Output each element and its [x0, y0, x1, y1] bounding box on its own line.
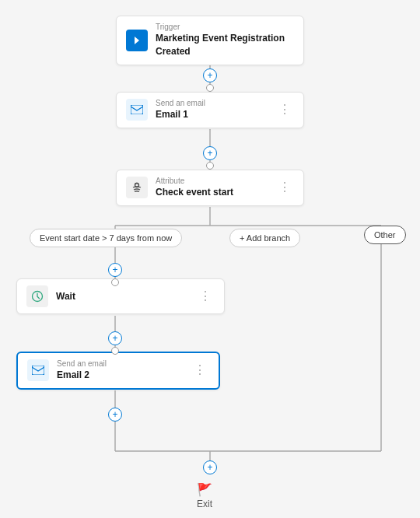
trigger-text: Trigger Marketing Event Registration Cre… — [156, 23, 294, 58]
email2-icon — [27, 359, 49, 381]
trigger-card[interactable]: Trigger Marketing Event Registration Cre… — [116, 16, 304, 65]
svg-rect-20 — [131, 105, 143, 114]
wait-title: Wait — [56, 290, 188, 303]
exit-node: 🚩 Exit — [197, 482, 212, 509]
circle-node-2 — [206, 162, 214, 170]
attribute-title: Check event start — [156, 186, 268, 199]
trigger-icon — [126, 30, 148, 51]
email2-menu[interactable]: ⋮ — [191, 362, 209, 378]
wait-text: Wait — [56, 290, 188, 303]
plus-connector-6[interactable]: + — [203, 460, 217, 474]
wait-menu[interactable]: ⋮ — [196, 289, 215, 304]
circle-node-4 — [111, 347, 119, 355]
other-branch-button[interactable]: Other — [364, 226, 406, 244]
email2-text: Send an email Email 2 — [57, 359, 183, 382]
email1-title: Email 1 — [156, 108, 268, 121]
trigger-title: Marketing Event Registration Created — [156, 32, 294, 58]
plus-connector-5[interactable]: + — [108, 408, 122, 422]
attribute-icon — [126, 177, 148, 198]
email2-label: Send an email — [57, 359, 183, 369]
email1-icon — [126, 99, 148, 121]
attribute-text: Attribute Check event start — [156, 177, 268, 199]
exit-label: Exit — [197, 499, 212, 509]
plus-connector-3[interactable]: + — [108, 263, 122, 277]
attribute-card[interactable]: Attribute Check event start ⋮ — [116, 170, 304, 206]
trigger-label: Trigger — [156, 23, 294, 32]
email1-text: Send an email Email 1 — [156, 99, 268, 121]
wait-icon — [26, 285, 48, 307]
exit-icon: 🚩 — [197, 482, 212, 497]
add-branch-button[interactable]: + Add branch — [229, 229, 300, 247]
email2-title: Email 2 — [57, 369, 183, 382]
email1-menu[interactable]: ⋮ — [275, 102, 294, 117]
email2-card[interactable]: Send an email Email 2 ⋮ — [16, 352, 220, 390]
email1-label: Send an email — [156, 99, 268, 108]
svg-rect-24 — [32, 366, 44, 375]
wait-card[interactable]: Wait ⋮ — [16, 278, 225, 314]
circle-node-1 — [206, 84, 214, 92]
plus-connector-2[interactable]: + — [203, 146, 217, 160]
attribute-menu[interactable]: ⋮ — [275, 180, 294, 195]
plus-connector-1[interactable]: + — [203, 68, 217, 82]
plus-connector-4[interactable]: + — [108, 331, 122, 345]
workflow-canvas: Trigger Marketing Event Registration Cre… — [0, 0, 420, 518]
attribute-label: Attribute — [156, 177, 268, 186]
branch-left-label[interactable]: Event start date > 7 days from now — [30, 229, 182, 247]
email1-card[interactable]: Send an email Email 1 ⋮ — [116, 92, 304, 128]
circle-node-3 — [111, 278, 119, 286]
